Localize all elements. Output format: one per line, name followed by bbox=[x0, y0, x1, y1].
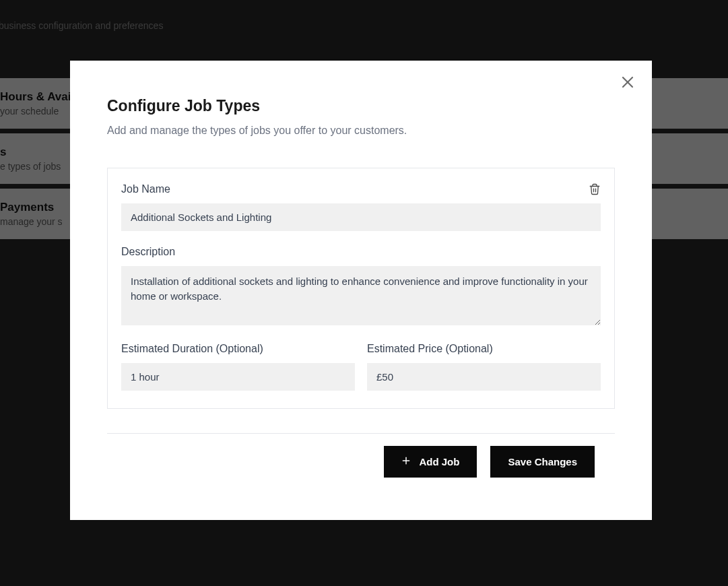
description-input[interactable]: Installation of additional sockets and l… bbox=[121, 266, 601, 325]
modal-title: Configure Job Types bbox=[107, 97, 615, 115]
delete-job-button[interactable] bbox=[589, 183, 601, 198]
add-job-label: Add Job bbox=[419, 456, 459, 467]
price-label: Estimated Price (Optional) bbox=[367, 343, 601, 355]
close-icon bbox=[620, 81, 636, 92]
trash-icon bbox=[589, 186, 601, 197]
job-name-input[interactable] bbox=[121, 203, 601, 231]
duration-label: Estimated Duration (Optional) bbox=[121, 343, 355, 355]
job-name-label: Job Name bbox=[121, 183, 601, 195]
modal-subtitle: Add and manage the types of jobs you off… bbox=[107, 125, 615, 137]
add-job-button[interactable]: Add Job bbox=[384, 446, 477, 478]
save-changes-label: Save Changes bbox=[508, 456, 577, 467]
plus-icon bbox=[401, 456, 411, 467]
save-changes-button[interactable]: Save Changes bbox=[490, 446, 595, 478]
configure-job-types-modal: Configure Job Types Add and manage the t… bbox=[70, 61, 652, 520]
description-label: Description bbox=[121, 246, 601, 258]
duration-input[interactable] bbox=[121, 363, 355, 391]
price-input[interactable] bbox=[367, 363, 601, 391]
job-card: Job Name Description Installation of add… bbox=[107, 168, 615, 409]
modal-footer: Add Job Save Changes bbox=[107, 433, 615, 478]
close-button[interactable] bbox=[620, 74, 636, 93]
